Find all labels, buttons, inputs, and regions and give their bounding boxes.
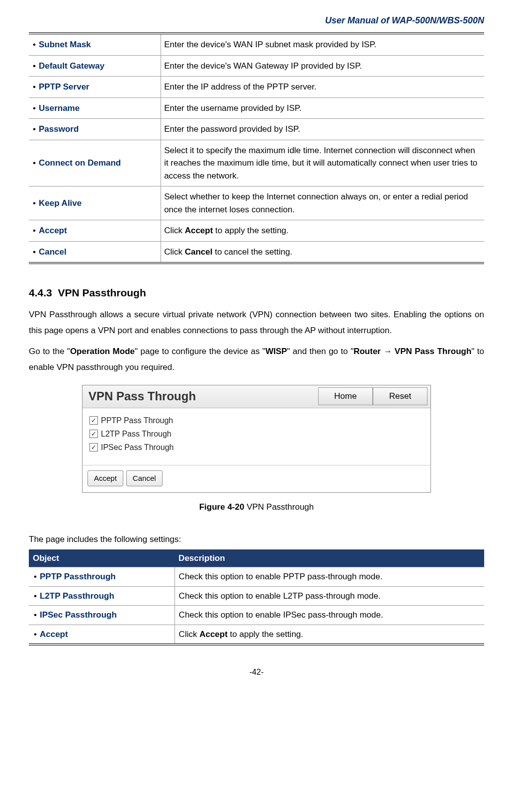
table-row: •Default GatewayEnter the device's WAN G…	[29, 55, 484, 77]
checkbox-icon[interactable]: ✓	[89, 430, 98, 438]
param-desc-cell: Enter the username provided by ISP.	[161, 97, 484, 119]
param-name-cell: •Subnet Mask	[29, 34, 161, 55]
param-name-cell: •Accept	[29, 220, 161, 242]
table-row: •Connect on DemandSelect it to specify t…	[29, 140, 484, 186]
doc-header: User Manual of WAP-500N/WBS-500N	[29, 14, 484, 34]
param-desc-cell: Click Accept to apply the setting.	[161, 220, 484, 242]
settings-intro: The page includes the following settings…	[29, 532, 484, 547]
panel-title: VPN Pass Through	[86, 387, 196, 405]
checkbox-icon[interactable]: ✓	[89, 443, 98, 451]
param-name: Connect on Demand	[39, 158, 121, 168]
reset-button[interactable]: Reset	[373, 387, 428, 405]
setting-desc-cell: Check this option to enable L2TP pass-th…	[174, 586, 484, 606]
section-heading: 4.4.3 VPN Passthrough	[29, 285, 484, 301]
param-name: Cancel	[39, 247, 67, 257]
bullet-icon: •	[33, 247, 36, 257]
setting-name: Accept	[40, 630, 68, 639]
panel-divider	[83, 465, 430, 465]
param-name: Default Gateway	[39, 61, 104, 71]
bullet-icon: •	[34, 610, 37, 620]
figure-caption-text: VPN Passthrough	[244, 502, 314, 512]
table-row: •CancelClick Cancel to cancel the settin…	[29, 241, 484, 263]
text-bold: Router	[353, 347, 383, 356]
settings-head-description: Description	[174, 549, 484, 567]
checkbox-label: PPTP Pass Through	[101, 415, 173, 427]
bullet-icon: •	[33, 124, 36, 134]
settings-head-object: Object	[29, 549, 174, 567]
param-name-cell: •Password	[29, 119, 161, 140]
panel-bottom-buttons: Accept Cancel	[83, 470, 430, 493]
param-name-cell: •Default Gateway	[29, 55, 161, 77]
table-row: •AcceptClick Accept to apply the setting…	[29, 625, 484, 644]
table-row: •PPTP PassthroughCheck this option to en…	[29, 567, 484, 587]
setting-name: PPTP Passthrough	[40, 572, 116, 581]
checkbox-label: L2TP Pass Through	[101, 428, 171, 440]
vpn-passthrough-panel: VPN Pass Through Home Reset ✓PPTP Pass T…	[82, 385, 431, 493]
bullet-icon: •	[33, 61, 36, 71]
table-row: •AcceptClick Accept to apply the setting…	[29, 220, 484, 242]
panel-body: ✓PPTP Pass Through✓L2TP Pass Through✓IPS…	[83, 408, 430, 458]
setting-name-cell: •L2TP Passthrough	[29, 586, 174, 606]
section-number: 4.4.3	[29, 287, 52, 298]
param-name: PPTP Server	[39, 82, 89, 91]
param-name: Accept	[39, 226, 67, 235]
text-run: " and then go to "	[287, 347, 353, 356]
param-desc-cell: Enter the password provided by ISP.	[161, 119, 484, 140]
bullet-icon: •	[33, 198, 36, 208]
param-name-cell: •PPTP Server	[29, 77, 161, 98]
text-bold: Accept	[185, 226, 213, 235]
text-bold: Operation Mode	[70, 347, 135, 356]
panel-top-buttons: Home Reset	[318, 387, 428, 405]
arrow-icon: →	[383, 347, 392, 356]
figure-caption: Figure 4-20 VPN Passthrough	[29, 501, 484, 514]
checkbox-icon[interactable]: ✓	[89, 416, 98, 425]
section-title: VPN Passthrough	[58, 287, 146, 298]
table-row: •PPTP ServerEnter the IP address of the …	[29, 77, 484, 98]
table-row: •Keep AliveSelect whether to keep the In…	[29, 186, 484, 220]
table-row: •UsernameEnter the username provided by …	[29, 97, 484, 119]
bullet-icon: •	[33, 82, 36, 91]
param-name: Username	[39, 103, 80, 113]
setting-desc-cell: Click Accept to apply the setting.	[174, 625, 484, 644]
checkbox-row[interactable]: ✓L2TP Pass Through	[89, 428, 424, 440]
table-row: •L2TP PassthroughCheck this option to en…	[29, 586, 484, 606]
parameter-table-1: •Subnet MaskEnter the device's WAN IP su…	[29, 34, 484, 264]
settings-table: Object Description •PPTP PassthroughChec…	[29, 549, 484, 646]
param-name: Subnet Mask	[39, 40, 91, 49]
table-row: •PasswordEnter the password provided by …	[29, 119, 484, 140]
param-desc-cell: Enter the device's WAN IP subnet mask pr…	[161, 34, 484, 55]
home-button[interactable]: Home	[318, 387, 373, 405]
setting-name-cell: •IPSec Passthrough	[29, 606, 174, 625]
param-name-cell: •Keep Alive	[29, 186, 161, 220]
table-row: •Subnet MaskEnter the device's WAN IP su…	[29, 34, 484, 55]
bullet-icon: •	[34, 572, 37, 581]
cancel-button[interactable]: Cancel	[126, 470, 163, 487]
param-desc-cell: Click Cancel to cancel the setting.	[161, 241, 484, 263]
param-name-cell: •Username	[29, 97, 161, 119]
param-name: Keep Alive	[39, 198, 82, 208]
param-name: Password	[39, 124, 79, 134]
bullet-icon: •	[34, 591, 37, 601]
page-number: -42-	[29, 666, 484, 678]
param-desc-cell: Enter the IP address of the PPTP server.	[161, 77, 484, 98]
section-paragraph-1: VPN Passthrough allows a secure virtual …	[29, 307, 484, 339]
param-desc-cell: Enter the device's WAN Gateway IP provid…	[161, 55, 484, 77]
bullet-icon: •	[33, 158, 36, 168]
setting-desc-cell: Check this option to enable IPSec pass-t…	[174, 606, 484, 625]
accept-button[interactable]: Accept	[87, 470, 123, 487]
text-bold: Cancel	[185, 247, 213, 257]
param-desc-cell: Select it to specify the maximum idle ti…	[161, 140, 484, 186]
setting-name-cell: •PPTP Passthrough	[29, 567, 174, 587]
bullet-icon: •	[33, 40, 36, 49]
bullet-icon: •	[33, 226, 36, 235]
param-name-cell: •Cancel	[29, 241, 161, 263]
checkbox-row[interactable]: ✓IPSec Pass Through	[89, 442, 424, 453]
setting-desc-cell: Check this option to enable PPTP pass-th…	[174, 567, 484, 587]
text-bold: VPN Pass Through	[392, 347, 471, 356]
checkbox-row[interactable]: ✓PPTP Pass Through	[89, 415, 424, 427]
text-bold: Accept	[199, 630, 228, 639]
setting-name-cell: •Accept	[29, 625, 174, 644]
param-desc-cell: Select whether to keep the Internet conn…	[161, 186, 484, 220]
text-bold: WISP	[265, 347, 287, 356]
bullet-icon: •	[33, 103, 36, 113]
